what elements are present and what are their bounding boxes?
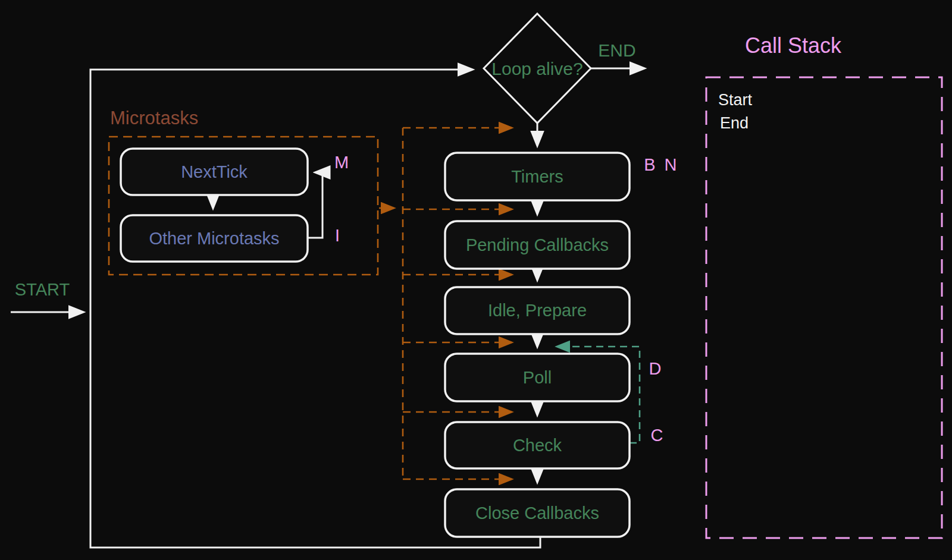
node-timers-label: Timers	[511, 167, 563, 186]
call-stack-container	[706, 77, 942, 538]
decision-label: Loop alive?	[491, 59, 583, 78]
marker-i-label: I	[335, 226, 340, 245]
start-label: START	[15, 280, 70, 299]
marker-b-label: B	[644, 155, 655, 174]
node-poll-label: Poll	[523, 368, 552, 387]
call-stack-entry-start: Start	[718, 91, 753, 109]
node-nexttick-label: NextTick	[181, 162, 248, 181]
node-other-microtasks-label: Other Microtasks	[149, 229, 279, 248]
marker-d-label: D	[649, 359, 662, 378]
microtasks-title: Microtasks	[110, 108, 198, 128]
diagram-canvas: Loop alive? NextTick Other Microtasks Ti…	[0, 0, 952, 560]
node-check-label: Check	[513, 436, 562, 455]
node-close-callbacks-label: Close Callbacks	[475, 504, 599, 523]
end-label: END	[598, 40, 635, 60]
call-stack-entry-end: End	[720, 114, 749, 132]
event-loop-diagram: Loop alive? NextTick Other Microtasks Ti…	[0, 0, 952, 560]
marker-n-label: N	[665, 155, 677, 174]
marker-c-label: C	[651, 426, 663, 445]
node-pending-callbacks-label: Pending Callbacks	[466, 235, 609, 254]
marker-m-label: M	[334, 153, 349, 172]
microtasks-loop-line	[308, 172, 322, 238]
call-stack-title: Call Stack	[745, 33, 842, 58]
node-idle-prepare-label: Idle, Prepare	[488, 301, 587, 320]
